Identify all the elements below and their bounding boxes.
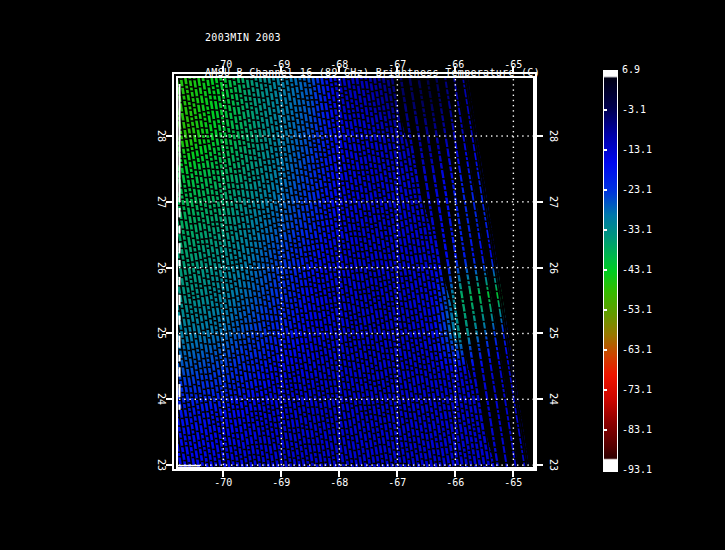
colorbar-tick-label: -23.1 [622,184,652,196]
x-tick-label: -67 [381,477,413,489]
title-line-dataset: 2003MIN 2003 [205,32,540,44]
colorbar-tick-label: -3.1 [622,104,646,116]
colorbar-tick-label: -93.1 [622,464,652,476]
colorbar-tick [604,109,607,111]
colorbar-tick [604,429,607,431]
y-tick-label: 23 [547,452,559,478]
brightness-temperature-map [178,78,533,467]
colorbar-tick-label: -73.1 [622,384,652,396]
colorbar-tick-label: 6.9 [622,64,640,76]
colorbar-tick-label: -33.1 [622,224,652,236]
x-tick-label: -70 [207,59,239,71]
x-tick-label: -68 [323,477,355,489]
colorbar-tick-label: -53.1 [622,304,652,316]
colorbar-tick [604,269,607,271]
colorbar-tick-label: -13.1 [622,144,652,156]
y-axis-tick [537,464,543,466]
x-tick-label: -68 [323,59,355,71]
y-axis-tick [537,398,543,400]
y-tick-label: 25 [155,320,167,346]
y-tick-label: 23 [155,452,167,478]
x-tick-label: -65 [497,477,529,489]
y-tick-label: 28 [155,123,167,149]
y-tick-label: 26 [547,255,559,281]
x-tick-label: -66 [439,477,471,489]
x-tick-label: -67 [381,59,413,71]
y-tick-label: 24 [547,386,559,412]
y-tick-label: 26 [155,255,167,281]
colorbar-tick-label: -43.1 [622,264,652,276]
plot-figure: 2003MIN 2003 AMSU-B Channel 16 (89 GHz) … [0,0,725,550]
y-tick-label: 27 [155,189,167,215]
colorbar-gradient [604,71,617,471]
y-tick-label: 25 [547,320,559,346]
colorbar-tick [604,349,607,351]
y-axis-tick [537,332,543,334]
colorbar-tick [604,309,607,311]
x-tick-label: -69 [265,59,297,71]
x-tick-label: -66 [439,59,471,71]
y-axis-tick [537,135,543,137]
colorbar-tick [604,389,607,391]
x-tick-label: -65 [497,59,529,71]
colorbar-tick-label: -83.1 [622,424,652,436]
colorbar-tick [604,189,607,191]
colorbar-tick [604,229,607,231]
x-tick-label: -69 [265,477,297,489]
colorbar-tick [604,149,607,151]
y-axis-tick [537,201,543,203]
y-tick-label: 27 [547,189,559,215]
colorbar-tick-label: -63.1 [622,344,652,356]
colorbar [603,70,618,472]
y-tick-label: 28 [547,123,559,149]
x-tick-label: -70 [207,477,239,489]
y-tick-label: 24 [155,386,167,412]
y-axis-tick [537,267,543,269]
